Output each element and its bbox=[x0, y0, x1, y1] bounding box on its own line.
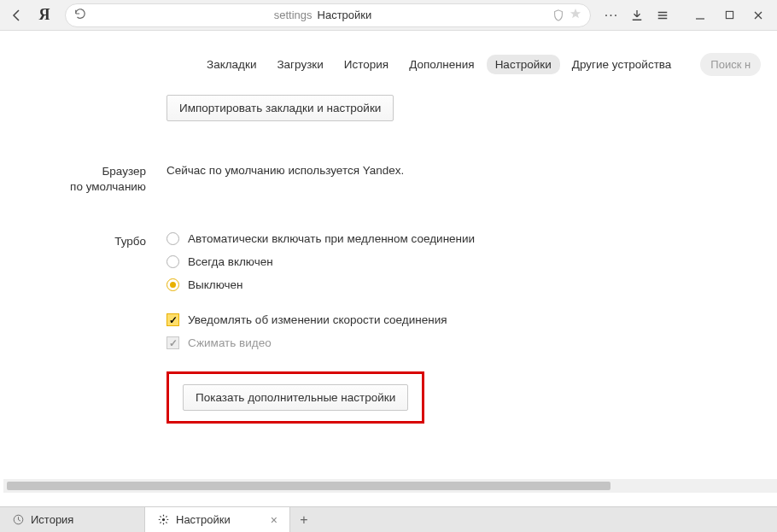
checkbox-label: Уведомлять об изменении скорости соедине… bbox=[188, 313, 447, 326]
turbo-compress-checkbox: ✓Сжимать видео bbox=[166, 331, 777, 354]
window-maximize-button[interactable] bbox=[716, 3, 743, 27]
turbo-option-1[interactable]: Всегда включен bbox=[166, 250, 777, 273]
tab-1[interactable]: Настройки× bbox=[145, 507, 290, 532]
downloads-icon[interactable] bbox=[625, 3, 649, 27]
bookmark-star-icon[interactable] bbox=[570, 8, 581, 22]
turbo-notify-checkbox[interactable]: ✓Уведомлять об изменении скорости соедин… bbox=[166, 308, 777, 331]
address-bar[interactable]: settings Настройки bbox=[65, 3, 591, 27]
nav-item-0[interactable]: Закладки bbox=[198, 55, 265, 74]
menu-icon[interactable] bbox=[651, 3, 675, 27]
checkbox-icon: ✓ bbox=[166, 336, 179, 349]
reload-icon[interactable] bbox=[74, 8, 86, 22]
nav-item-5[interactable]: Другие устройства bbox=[564, 55, 681, 74]
tab-label: Настройки bbox=[176, 513, 231, 526]
url-key: settings bbox=[274, 9, 313, 21]
default-browser-text: Сейчас по умолчанию используется Yandex. bbox=[166, 164, 404, 177]
browser-toolbar: Я settings Настройки ··· bbox=[0, 0, 777, 31]
default-browser-label: Браузер по умолчанию bbox=[0, 157, 166, 195]
nav-item-2[interactable]: История bbox=[336, 55, 397, 74]
svg-point-2 bbox=[161, 518, 164, 521]
tab-label: История bbox=[31, 513, 73, 526]
gear-icon bbox=[157, 514, 169, 526]
radio-icon bbox=[166, 255, 179, 268]
settings-nav: ЗакладкиЗагрузкиИсторияДополненияНастрой… bbox=[0, 31, 777, 88]
url-title: Настройки bbox=[318, 9, 372, 21]
radio-label: Выключен bbox=[188, 278, 242, 291]
window-minimize-button[interactable] bbox=[686, 3, 714, 27]
show-advanced-button[interactable]: Показать дополнительные настройки bbox=[183, 384, 408, 411]
shield-icon[interactable] bbox=[552, 9, 564, 21]
nav-item-4[interactable]: Настройки bbox=[487, 55, 560, 74]
more-icon[interactable]: ··· bbox=[599, 3, 623, 27]
checkbox-label: Сжимать видео bbox=[188, 336, 272, 349]
radio-icon bbox=[166, 232, 179, 245]
scrollbar-thumb[interactable] bbox=[7, 482, 610, 490]
settings-search-input[interactable]: Поиск н bbox=[700, 53, 761, 76]
turbo-option-0[interactable]: Автоматически включать при медленном сое… bbox=[166, 227, 777, 250]
nav-item-1[interactable]: Загрузки bbox=[268, 55, 331, 74]
checkbox-icon: ✓ bbox=[166, 313, 179, 326]
nav-item-3[interactable]: Дополнения bbox=[400, 55, 482, 74]
new-tab-button[interactable]: + bbox=[290, 507, 318, 532]
yandex-logo[interactable]: Я bbox=[32, 3, 56, 27]
tab-0[interactable]: История bbox=[0, 507, 145, 532]
radio-icon bbox=[166, 278, 179, 291]
turbo-option-2[interactable]: Выключен bbox=[166, 273, 777, 296]
turbo-label: Турбо bbox=[0, 227, 166, 424]
history-icon bbox=[12, 514, 24, 526]
svg-rect-0 bbox=[726, 11, 733, 18]
tab-bar: ИсторияНастройки× + bbox=[0, 506, 777, 532]
radio-label: Всегда включен bbox=[188, 255, 273, 268]
radio-label: Автоматически включать при медленном сое… bbox=[188, 232, 475, 245]
settings-page: ЗакладкиЗагрузкиИсторияДополненияНастрой… bbox=[0, 31, 777, 493]
back-button[interactable] bbox=[5, 3, 29, 27]
highlight-annotation: Показать дополнительные настройки bbox=[166, 371, 424, 424]
tab-close-icon[interactable]: × bbox=[271, 513, 278, 527]
window-close-button[interactable] bbox=[745, 3, 772, 27]
horizontal-scrollbar[interactable] bbox=[3, 479, 777, 493]
import-bookmarks-button[interactable]: Импортировать закладки и настройки bbox=[166, 95, 394, 121]
